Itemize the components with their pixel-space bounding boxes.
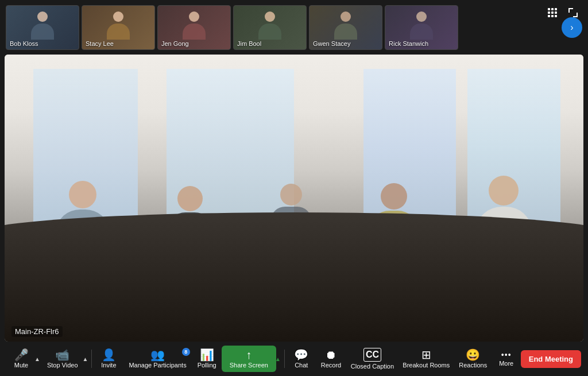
participant-thumb-6[interactable]: Rick Stanwich <box>385 5 458 50</box>
participant-thumb-4[interactable]: Jim Bool <box>233 5 307 50</box>
share-screen-icon: ↑ <box>246 349 252 361</box>
record-icon: ⏺ <box>325 349 336 361</box>
toolbar: 🎤 Mute ▲ 📹 Stop Video ▲ 👤 Invite 👥 Manag… <box>0 342 588 376</box>
participants-bar: Bob Kloss Stacy Lee Jen Gong Jim Bool <box>0 0 588 55</box>
conference-table <box>5 212 583 342</box>
chat-icon: 💬 <box>294 349 308 361</box>
chat-label: Chat <box>295 362 308 369</box>
polling-label: Polling <box>198 362 216 369</box>
reactions-button[interactable]: 😀 Reactions <box>454 346 492 372</box>
video-icon: 📹 <box>55 349 69 361</box>
reactions-icon: 😀 <box>466 349 480 361</box>
participants-wrapper: 👥 Manage Participants 8 <box>123 346 192 372</box>
separator-2 <box>284 350 285 368</box>
arrow-right-icon: › <box>570 22 573 33</box>
main-video-area: Main-ZR-Flr6 <box>5 55 583 342</box>
participants-badge: 8 <box>182 348 190 356</box>
polling-button[interactable]: 📊 Polling <box>192 346 222 372</box>
mute-icon: 🎤 <box>14 349 29 361</box>
participant-thumb-1[interactable]: Bob Kloss <box>6 5 79 50</box>
invite-label: Invite <box>101 362 116 369</box>
invite-icon: 👤 <box>102 349 116 361</box>
mute-group: 🎤 Mute ▲ <box>7 346 41 372</box>
participant-thumb-2[interactable]: Stacy Lee <box>82 5 155 50</box>
reactions-label: Reactions <box>459 362 487 369</box>
mute-button[interactable]: 🎤 Mute <box>7 346 36 372</box>
cc-icon: CC <box>363 348 381 361</box>
breakout-rooms-label: Breakout Rooms <box>403 362 450 369</box>
share-screen-label: Share Screen <box>230 362 268 369</box>
participants-icon: 👥 <box>150 349 165 361</box>
video-group: 📹 Stop Video ▲ <box>41 346 90 372</box>
manage-participants-label: Manage Participants <box>129 362 186 369</box>
record-button[interactable]: ⏺ Record <box>316 346 346 372</box>
manage-participants-button[interactable]: 👥 Manage Participants <box>123 346 192 372</box>
more-icon: ••• <box>501 351 512 359</box>
participant-thumb-3[interactable]: Jen Gong <box>157 5 231 50</box>
closed-caption-label: Closed Caption <box>351 363 394 370</box>
record-label: Record <box>321 362 341 369</box>
participant-name-4: Jim Bool <box>237 40 261 47</box>
participant-thumb-5[interactable]: Gwen Stacey <box>309 5 382 50</box>
invite-button[interactable]: 👤 Invite <box>94 346 123 372</box>
separator-1 <box>91 350 92 368</box>
mute-chevron-icon[interactable]: ▲ <box>33 346 41 372</box>
more-button[interactable]: ••• More <box>492 347 521 370</box>
breakout-rooms-button[interactable]: ⊞ Breakout Rooms <box>399 346 454 372</box>
participant-name-2: Stacy Lee <box>86 40 114 47</box>
breakout-icon: ⊞ <box>421 349 431 361</box>
participant-name-6: Rick Stanwich <box>389 40 428 47</box>
video-scene: Main-ZR-Flr6 <box>5 55 583 342</box>
polling-icon: 📊 <box>200 349 214 361</box>
closed-caption-button[interactable]: CC Closed Caption <box>346 344 399 373</box>
share-screen-group: ↑ Share Screen ▲ <box>222 346 282 372</box>
stop-video-label: Stop Video <box>47 362 78 369</box>
share-screen-button[interactable]: ↑ Share Screen <box>222 346 276 372</box>
grid-icon <box>548 8 557 17</box>
chat-button[interactable]: 💬 Chat <box>287 346 316 372</box>
participant-name-3: Jen Gong <box>161 40 189 47</box>
participant-name-5: Gwen Stacey <box>313 40 350 47</box>
end-meeting-label: End Meeting <box>529 355 573 363</box>
participant-name-1: Bob Kloss <box>10 40 38 47</box>
fullscreen-button[interactable] <box>565 5 581 21</box>
location-label: Main-ZR-Flr6 <box>11 326 63 337</box>
stop-video-button[interactable]: 📹 Stop Video <box>41 346 84 372</box>
mute-label: Mute <box>14 362 28 369</box>
video-chevron-icon[interactable]: ▲ <box>82 346 90 372</box>
grid-view-button[interactable] <box>544 5 560 21</box>
top-controls <box>544 5 581 21</box>
fullscreen-icon <box>568 8 578 17</box>
end-meeting-button[interactable]: End Meeting <box>521 350 581 368</box>
more-label: More <box>499 361 513 367</box>
share-chevron-icon[interactable]: ▲ <box>274 346 282 372</box>
